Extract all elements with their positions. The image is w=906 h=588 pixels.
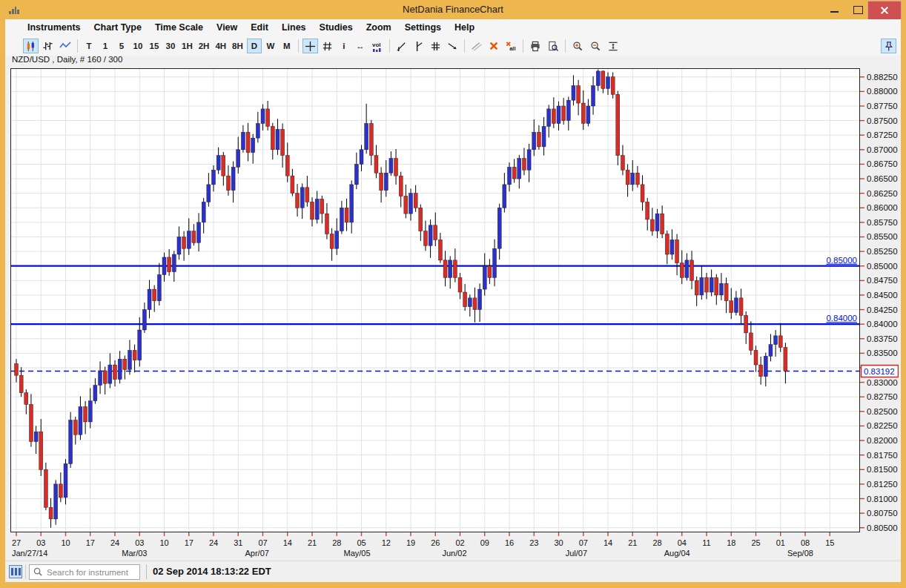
vertical-line-icon	[413, 41, 424, 52]
instrument-list-icon	[11, 568, 13, 575]
svg-text:0.87250: 0.87250	[867, 131, 898, 139]
instrument-list-button[interactable]	[9, 565, 22, 578]
volume-icon: vol	[371, 41, 383, 52]
last-price-label: 0.83192	[862, 366, 899, 377]
close-button[interactable]	[867, 1, 902, 20]
timeframe-2h-button[interactable]: 2H	[196, 39, 212, 53]
vertical-line-button[interactable]	[411, 39, 426, 53]
statusbar-divider	[25, 564, 26, 579]
parallel-channel-button[interactable]	[428, 39, 443, 53]
svg-text:24: 24	[110, 538, 119, 547]
svg-text:21: 21	[628, 538, 637, 547]
svg-text:0.85250: 0.85250	[867, 247, 898, 256]
menu-chart-type[interactable]: Chart Type	[87, 19, 148, 35]
svg-text:09: 09	[480, 538, 489, 547]
menu-view[interactable]: View	[210, 19, 244, 35]
svg-text:14: 14	[283, 538, 292, 547]
grid-toggle-button[interactable]	[320, 39, 335, 53]
svg-text:0.84750: 0.84750	[867, 276, 898, 285]
ohlc-chart-button[interactable]	[40, 39, 56, 53]
svg-text:31: 31	[234, 538, 242, 547]
svg-text:0.82500: 0.82500	[867, 407, 898, 416]
print-preview-button[interactable]	[545, 39, 561, 53]
svg-text:0.84500: 0.84500	[867, 291, 898, 300]
timeframe-4h-button[interactable]: 4H	[213, 39, 228, 53]
svg-text:10: 10	[61, 538, 70, 547]
minimize-button[interactable]	[823, 0, 845, 19]
grid-icon	[322, 41, 333, 52]
crosshair-button[interactable]	[302, 39, 318, 53]
menu-zoom[interactable]: Zoom	[360, 19, 398, 35]
menu-bar: InstrumentsChart TypeTime ScaleViewEditL…	[5, 19, 901, 36]
svg-text:0.84250: 0.84250	[867, 305, 898, 314]
maximize-button[interactable]	[847, 0, 869, 19]
print-button[interactable]	[527, 39, 543, 53]
svg-text:28: 28	[332, 538, 341, 547]
candlestick-chart-button[interactable]	[23, 39, 39, 53]
svg-text:14: 14	[604, 538, 612, 547]
title-bar: NetDania FinanceChart	[0, 0, 906, 19]
delete-x-icon	[489, 41, 499, 51]
svg-text:19: 19	[406, 538, 415, 547]
remove-lines-icon	[471, 41, 483, 52]
search-icon	[33, 567, 43, 577]
delete-all-button[interactable]: all	[503, 39, 519, 53]
instrument-list-icon	[15, 568, 17, 575]
svg-text:10: 10	[159, 538, 168, 547]
menu-edit[interactable]: Edit	[244, 19, 275, 35]
instrument-list-icon	[19, 568, 21, 575]
zoom-in-button[interactable]	[569, 39, 586, 53]
zoom-out-button[interactable]	[587, 39, 604, 53]
svg-text:0.86500: 0.86500	[867, 174, 898, 183]
ohlc-bars-icon	[42, 41, 53, 52]
svg-text:0.80750: 0.80750	[867, 509, 898, 518]
toolbar-separator	[298, 39, 299, 53]
timeframe-15min-button[interactable]: 15	[147, 39, 162, 53]
svg-text:05: 05	[357, 538, 366, 547]
timeframe-10min-button[interactable]: 10	[130, 39, 145, 53]
svg-text:0.87000: 0.87000	[867, 145, 898, 154]
menu-settings[interactable]: Settings	[398, 19, 448, 35]
menu-studies[interactable]: Studies	[313, 19, 360, 35]
pin-button[interactable]	[881, 39, 896, 53]
remove-line-button[interactable]	[469, 39, 485, 53]
svg-text:Jul/07: Jul/07	[566, 549, 587, 558]
svg-text:Jun/02: Jun/02	[443, 549, 467, 558]
timeframe-weekly-button[interactable]: W	[263, 39, 278, 53]
svg-text:0.84000: 0.84000	[826, 314, 857, 323]
menu-help[interactable]: Help	[448, 19, 481, 35]
svg-text:0.88000: 0.88000	[867, 87, 898, 96]
ray-button[interactable]	[445, 39, 460, 53]
timeframe-5min-button[interactable]: 5	[114, 39, 129, 53]
horizontal-scale-button[interactable]: ↔	[353, 39, 368, 53]
fit-vertical-button[interactable]	[605, 39, 621, 53]
timeframe-tick-button[interactable]: T	[82, 39, 96, 53]
timeframe-monthly-button[interactable]: M	[280, 39, 294, 53]
search-input[interactable]	[45, 567, 139, 578]
svg-text:0.81750: 0.81750	[867, 451, 898, 460]
menu-instruments[interactable]: Instruments	[21, 19, 87, 35]
svg-text:0.80500: 0.80500	[867, 523, 898, 532]
volume-button[interactable]: vol	[369, 39, 386, 53]
timeframe-daily-button[interactable]: D	[247, 39, 262, 53]
toolbar-separator	[389, 39, 390, 53]
menu-lines[interactable]: Lines	[275, 19, 313, 35]
timeframe-8h-button[interactable]: 8H	[230, 39, 245, 53]
svg-text:0.88250: 0.88250	[867, 73, 898, 82]
svg-text:07: 07	[579, 538, 588, 547]
svg-text:0.85000: 0.85000	[867, 262, 898, 271]
delete-button[interactable]	[486, 39, 501, 53]
window-content: InstrumentsChart TypeTime ScaleViewEditL…	[5, 19, 901, 582]
info-button[interactable]: i	[337, 39, 351, 53]
timeframe-30min-button[interactable]: 30	[163, 39, 178, 53]
timeframe-1min-button[interactable]: 1	[98, 39, 113, 53]
menu-time-scale[interactable]: Time Scale	[148, 19, 210, 35]
svg-text:0.83750: 0.83750	[867, 334, 898, 343]
fit-vertical-icon	[607, 41, 619, 52]
line-chart-button[interactable]	[57, 39, 73, 53]
timeframe-1h-button[interactable]: 1H	[179, 39, 195, 53]
svg-text:Sep/08: Sep/08	[787, 549, 813, 558]
svg-text:21: 21	[308, 538, 317, 547]
candlestick-chart[interactable]: 2703101724031017243107142128051219260209…	[10, 68, 899, 561]
trendline-button[interactable]	[394, 39, 409, 53]
